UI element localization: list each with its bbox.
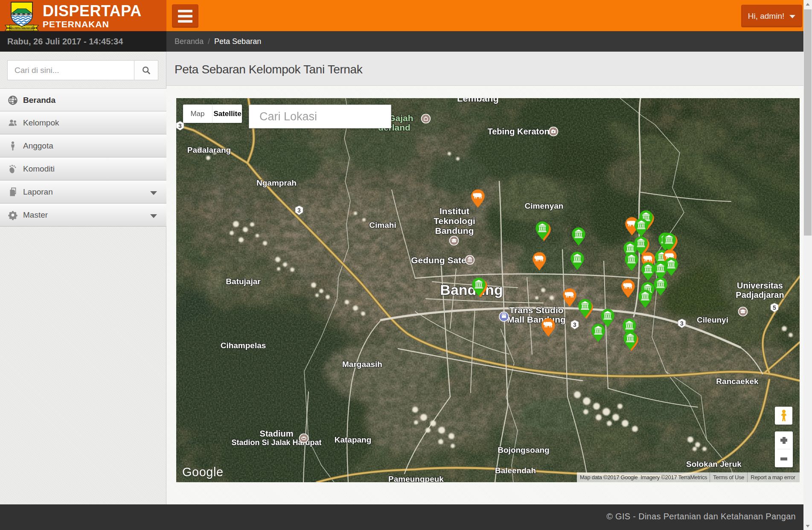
svg-text:Baleendah: Baleendah bbox=[495, 466, 536, 475]
svg-text:Cileunyi: Cileunyi bbox=[697, 315, 728, 324]
svg-text:Cimenyan: Cimenyan bbox=[525, 201, 564, 210]
svg-text:5: 5 bbox=[773, 304, 776, 311]
svg-text:Margaasih: Margaasih bbox=[342, 360, 382, 369]
svg-text:Bojongsoang: Bojongsoang bbox=[498, 446, 549, 454]
svg-text:Institut: Institut bbox=[439, 206, 469, 216]
svg-text:Batujajar: Batujajar bbox=[226, 277, 261, 286]
svg-text:Stadium: Stadium bbox=[260, 429, 294, 438]
svg-text:Cihampelas: Cihampelas bbox=[221, 341, 266, 350]
svg-text:3: 3 bbox=[680, 320, 684, 327]
svg-text:Padalarang: Padalarang bbox=[187, 146, 231, 154]
svg-text:Rancaekek: Rancaekek bbox=[716, 377, 759, 386]
svg-text:Solokan Jeruk: Solokan Jeruk bbox=[686, 460, 742, 469]
svg-text:3: 3 bbox=[573, 321, 576, 328]
svg-text:Lembang: Lembang bbox=[457, 98, 499, 104]
svg-text:Tebing Keraton: Tebing Keraton bbox=[487, 127, 549, 136]
svg-text:Universitas: Universitas bbox=[737, 281, 783, 290]
svg-text:Teknologi: Teknologi bbox=[434, 216, 475, 226]
svg-text:Katapang: Katapang bbox=[335, 435, 372, 444]
svg-text:Bandung: Bandung bbox=[440, 282, 503, 298]
svg-text:GEMAH RIPAH WIBAWA MUKTI: GEMAH RIPAH WIBAWA MUKTI bbox=[6, 27, 38, 29]
svg-text:Trans Studio: Trans Studio bbox=[509, 305, 563, 315]
svg-text:Pameungpeuk: Pameungpeuk bbox=[388, 475, 444, 482]
svg-text:Mall Bandung: Mall Bandung bbox=[507, 315, 566, 324]
svg-text:Gedung Sate: Gedung Sate bbox=[411, 255, 466, 265]
svg-text:3: 3 bbox=[297, 207, 301, 214]
svg-text:Cimahi: Cimahi bbox=[369, 221, 396, 230]
svg-text:Bandung: Bandung bbox=[435, 226, 474, 236]
svg-text:Padjadjaran: Padjadjaran bbox=[736, 290, 784, 300]
svg-text:Ngamprah: Ngamprah bbox=[256, 178, 297, 187]
svg-text:3: 3 bbox=[178, 122, 182, 129]
